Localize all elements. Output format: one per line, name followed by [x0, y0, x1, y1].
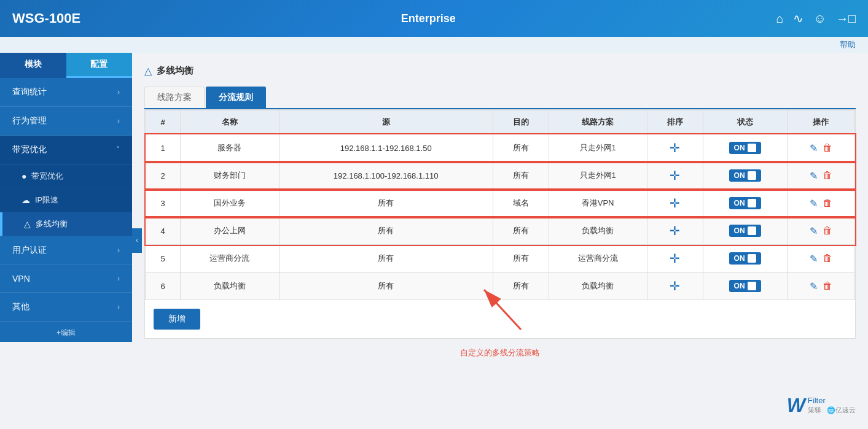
edit-icon[interactable]: ✎ [810, 253, 818, 265]
sidebar-item-label: VPN [12, 274, 30, 284]
col-header-policy: 线路方案 [549, 110, 647, 134]
col-header-dest: 目的 [493, 110, 549, 134]
arrow-icon: › [117, 246, 120, 255]
logout-icon[interactable]: →□ [836, 12, 856, 26]
toggle-knob [748, 199, 756, 207]
sidebar-sub-item-bandwidth-opt[interactable]: ● 带宽优化 [0, 164, 132, 188]
cell-policy: 负载均衡 [549, 217, 647, 245]
sub-item-label: 多线均衡 [36, 218, 68, 230]
cell-name: 国外业务 [181, 190, 279, 217]
cell-actions: ✎ 🗑 [787, 245, 854, 272]
delete-icon[interactable]: 🗑 [823, 198, 832, 209]
status-toggle[interactable]: ON [729, 142, 761, 154]
cell-status[interactable]: ON [703, 272, 787, 300]
tab-route-plan[interactable]: 线路方案 [144, 87, 205, 108]
delete-icon[interactable]: 🗑 [823, 253, 832, 264]
cell-actions: ✎ 🗑 [787, 217, 854, 245]
cell-dest: 所有 [493, 217, 549, 245]
sub-item-label: IP限速 [35, 195, 58, 206]
footer-brand: W Filter策驿 🌐亿速云 [787, 394, 856, 417]
sidebar-wrapper: 模块 配置 查询统计 › 行为管理 › 带宽优化 ˅ ● 带宽优化 [0, 53, 132, 428]
cell-source: 所有 [279, 217, 493, 245]
wifi-icon[interactable]: ∿ [793, 11, 803, 26]
content-area: △ 多线均衡 线路方案 分流规则 # 名称 源 目的 线路方案 排序 状态 [132, 53, 868, 428]
cell-source: 所有 [279, 190, 493, 217]
delete-icon[interactable]: 🗑 [823, 142, 832, 153]
col-header-name: 名称 [181, 110, 279, 134]
action-icons: ✎ 🗑 [795, 170, 847, 182]
cell-policy: 只走外网1 [549, 134, 647, 162]
cell-status[interactable]: ON [703, 217, 787, 245]
move-icon[interactable]: ✛ [670, 169, 680, 182]
cell-actions: ✎ 🗑 [787, 162, 854, 190]
move-icon[interactable]: ✛ [670, 224, 680, 238]
tab-traffic-rules[interactable]: 分流规则 [206, 87, 266, 108]
cell-sort[interactable]: ✛ [647, 272, 703, 300]
edit-icon[interactable]: ✎ [810, 198, 818, 209]
sidebar-sub-item-ip-limit[interactable]: ☁ IP限速 [0, 188, 132, 212]
cell-actions: ✎ 🗑 [787, 190, 854, 217]
sidebar-item-label: 带宽优化 [12, 144, 47, 155]
sub-item-label: 带宽优化 [31, 171, 63, 182]
cell-sort[interactable]: ✛ [647, 190, 703, 217]
tab-module[interactable]: 模块 [0, 53, 66, 78]
sidebar-sub-bandwidth: ● 带宽优化 ☁ IP限速 △ 多线均衡 [0, 164, 132, 236]
edition-label: Enterprise [401, 12, 456, 25]
sidebar-item-label: 用户认证 [12, 245, 47, 256]
edit-icon[interactable]: ✎ [810, 280, 818, 292]
cell-status[interactable]: ON [703, 134, 787, 162]
cell-status[interactable]: ON [703, 190, 787, 217]
sidebar-item-label: 其他 [12, 301, 29, 312]
cell-name: 财务部门 [181, 162, 279, 190]
cell-status[interactable]: ON [703, 245, 787, 272]
sidebar-sub-item-multiline[interactable]: △ 多线均衡 [0, 212, 132, 236]
arrow-icon: › [117, 88, 120, 96]
arrow-icon: › [117, 303, 120, 311]
sidebar-item-behavior[interactable]: 行为管理 › [0, 107, 132, 136]
annotation-arrow-svg [472, 271, 595, 333]
sidebar-item-other[interactable]: 其他 › [0, 293, 132, 322]
move-icon[interactable]: ✛ [670, 141, 680, 155]
move-icon[interactable]: ✛ [670, 196, 680, 210]
delete-icon[interactable]: 🗑 [823, 280, 832, 292]
action-icons: ✎ 🗑 [795, 198, 847, 209]
sidebar-collapse-button[interactable]: ‹ [132, 228, 142, 253]
edit-icon[interactable]: ✎ [810, 225, 818, 237]
cell-source: 192.168.1.1-192.168.1.50 [279, 134, 493, 162]
arrow-icon: › [117, 274, 120, 283]
cell-sort[interactable]: ✛ [647, 162, 703, 190]
annotation-text: 自定义的多线分流策略 [460, 347, 540, 358]
edit-icon[interactable]: ✎ [810, 170, 818, 182]
sidebar-item-query-stats[interactable]: 查询统计 › [0, 78, 132, 107]
delete-icon[interactable]: 🗑 [823, 225, 832, 236]
cell-sort[interactable]: ✛ [647, 134, 703, 162]
cell-id: 3 [146, 190, 181, 217]
sidebar-item-bandwidth[interactable]: 带宽优化 ˅ [0, 136, 132, 164]
edit-icon[interactable]: ✎ [810, 142, 818, 154]
delete-icon[interactable]: 🗑 [823, 170, 832, 181]
sidebar-item-vpn[interactable]: VPN › [0, 265, 132, 293]
cell-status[interactable]: ON [703, 162, 787, 190]
move-icon[interactable]: ✛ [670, 252, 680, 265]
user-icon[interactable]: ☺ [813, 12, 826, 26]
help-link[interactable]: 帮助 [840, 40, 856, 49]
header-icons: ⌂ ∿ ☺ →□ [776, 11, 856, 26]
action-icons: ✎ 🗑 [795, 142, 847, 154]
status-toggle[interactable]: ON [729, 280, 761, 292]
home-icon[interactable]: ⌂ [776, 12, 783, 26]
col-header-order: 排序 [647, 110, 703, 134]
status-toggle[interactable]: ON [729, 225, 761, 237]
status-toggle[interactable]: ON [729, 252, 761, 265]
circle-icon: ● [22, 171, 26, 181]
sidebar-item-label: 行为管理 [12, 115, 47, 126]
cell-sort[interactable]: ✛ [647, 245, 703, 272]
status-toggle[interactable]: ON [729, 197, 761, 209]
sidebar-item-user-auth[interactable]: 用户认证 › [0, 236, 132, 265]
edit-button[interactable]: +编辑 [0, 324, 132, 342]
toggle-knob [748, 254, 756, 263]
tab-config[interactable]: 配置 [66, 53, 133, 78]
move-icon[interactable]: ✛ [670, 279, 680, 293]
cell-sort[interactable]: ✛ [647, 217, 703, 245]
status-toggle[interactable]: ON [729, 169, 761, 182]
add-rule-button[interactable]: 新增 [154, 309, 200, 330]
